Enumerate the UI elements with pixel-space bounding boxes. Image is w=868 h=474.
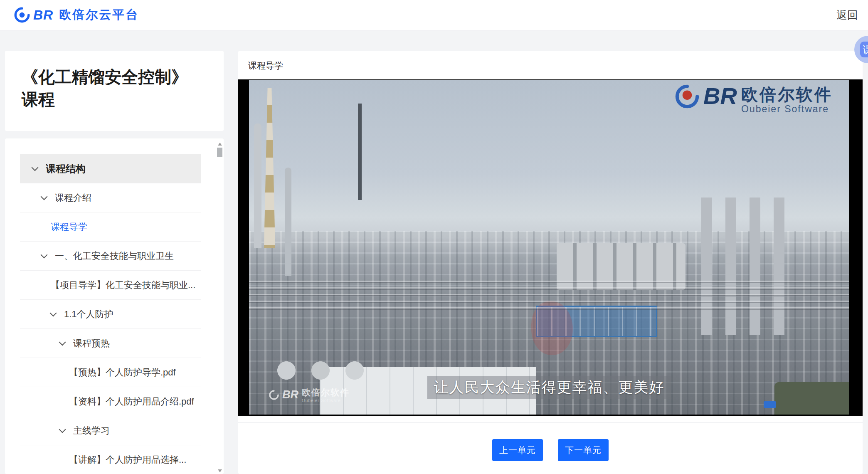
- chevron-down-icon[interactable]: [41, 193, 48, 200]
- unit-nav-buttons: 上一单元 下一单元: [238, 439, 863, 461]
- footage-truck: [764, 401, 776, 408]
- tree-item[interactable]: 【讲解】个人防护用品选择...: [20, 445, 201, 474]
- tree-item[interactable]: 【项目导学】化工安全技能与职业...: [20, 271, 201, 300]
- video-subtitle: 让人民大众生活得更幸福、更美好: [427, 376, 671, 399]
- tree-item[interactable]: 【资料】个人防护用品介绍.pdf: [20, 387, 201, 416]
- tree-item[interactable]: 主线学习: [20, 416, 201, 445]
- footage-sphere-tanks: [270, 356, 370, 385]
- watermark-cn-text: 欧倍尔软件: [741, 85, 833, 104]
- video-player[interactable]: BR 欧倍尔软件 Oubeier Software BR 欧倍尔软件 Oubei…: [238, 79, 863, 416]
- footage-striped-chimney: [264, 88, 275, 248]
- video-center-watermark: [531, 301, 573, 355]
- content-divider: [238, 422, 863, 423]
- tree-item-label: 课程预热: [73, 337, 110, 350]
- watermark-en-text: Oubeier Software: [741, 104, 833, 115]
- chevron-down-icon[interactable]: [41, 251, 48, 258]
- chevron-down-icon[interactable]: [32, 164, 39, 171]
- chevron-down-icon[interactable]: [59, 426, 66, 433]
- corner-en-text: Oubeier Software: [302, 398, 350, 403]
- footage-tank-cluster: [557, 243, 686, 290]
- tree-item[interactable]: 一、化工安全技能与职业卫生: [20, 242, 201, 271]
- floating-action-label: 课: [860, 42, 868, 57]
- tree-item[interactable]: 课程预热: [20, 329, 201, 358]
- footage-dark-chimney: [358, 104, 362, 200]
- tree-item-label: 1.1个人防护: [64, 308, 113, 321]
- footage-trees: [774, 382, 849, 415]
- chevron-down-icon[interactable]: [59, 338, 66, 346]
- footage-column: [254, 123, 261, 248]
- section-title: 课程导学: [238, 51, 863, 79]
- course-title-card: 《化工精馏安全控制》课程: [5, 51, 224, 131]
- previous-unit-button[interactable]: 上一单元: [492, 439, 543, 461]
- footage-distillation-columns: [701, 198, 797, 335]
- tree-item-label: 课程导学: [51, 221, 87, 233]
- corner-cn-text: 欧倍尔软件: [302, 387, 350, 398]
- corner-br-text: BR: [282, 389, 298, 400]
- globe-swirl-icon: [269, 390, 279, 400]
- scroll-thumb[interactable]: [217, 148, 222, 157]
- top-header-bar: BR 欧倍尔云平台 返回: [0, 0, 868, 30]
- tree-item[interactable]: 课程介绍: [20, 183, 201, 212]
- tree-scrollbar[interactable]: [217, 140, 223, 473]
- tree-item[interactable]: 【预热】个人防护导学.pdf: [20, 358, 201, 387]
- globe-swirl-icon: [14, 7, 30, 23]
- back-link[interactable]: 返回: [836, 8, 858, 22]
- watermark-br-text: BR: [703, 84, 737, 108]
- tree-item-label: 【讲解】个人防护用品选择...: [69, 454, 186, 466]
- video-corner-watermark: BR 欧倍尔软件 Oubeier Software: [269, 387, 350, 403]
- tree-item-label: 【资料】个人防护用品介绍.pdf: [69, 395, 194, 408]
- tree-item[interactable]: 1.1个人防护: [20, 300, 201, 329]
- tree-item-label: 课程结构: [46, 162, 86, 175]
- course-title: 《化工精馏安全控制》课程: [22, 66, 200, 111]
- tree-item-label: 一、化工安全技能与职业卫生: [55, 250, 174, 262]
- video-footage: BR 欧倍尔软件 Oubeier Software BR 欧倍尔软件 Oubei…: [249, 80, 849, 415]
- tree-item-label: 主线学习: [73, 425, 110, 437]
- footage-column: [285, 168, 291, 276]
- scroll-down-arrow-icon[interactable]: [218, 469, 222, 472]
- course-tree: 课程结构 课程介绍 课程导学 一、化工安全技能与职业卫生 【项目导学】化工安全技…: [5, 138, 224, 474]
- tree-item[interactable]: 课程导学: [20, 212, 201, 242]
- globe-swirl-icon: [675, 84, 699, 109]
- main-content-card: 课程导学 BR: [238, 51, 863, 474]
- course-tree-card: 课程结构 课程介绍 课程导学 一、化工安全技能与职业卫生 【项目导学】化工安全技…: [5, 138, 224, 474]
- chevron-down-icon[interactable]: [50, 309, 57, 316]
- platform-logo: BR 欧倍尔云平台: [14, 7, 139, 23]
- next-unit-button[interactable]: 下一单元: [558, 439, 609, 461]
- tree-item-label: 【预热】个人防护导学.pdf: [69, 366, 176, 379]
- page: BR 欧倍尔云平台 返回 《化工精馏安全控制》课程 课程结构 课程介绍 课程导学…: [0, 0, 868, 474]
- logo-platform-name: 欧倍尔云平台: [59, 7, 139, 23]
- tree-item[interactable]: 课程结构: [20, 154, 201, 183]
- tree-item-label: 课程介绍: [55, 192, 91, 204]
- logo-br-text: BR: [33, 7, 53, 23]
- tree-item-label: 【项目导学】化工安全技能与职业...: [51, 279, 195, 291]
- scroll-up-arrow-icon[interactable]: [218, 143, 222, 146]
- video-watermark-logo: BR 欧倍尔软件 Oubeier Software: [675, 84, 833, 115]
